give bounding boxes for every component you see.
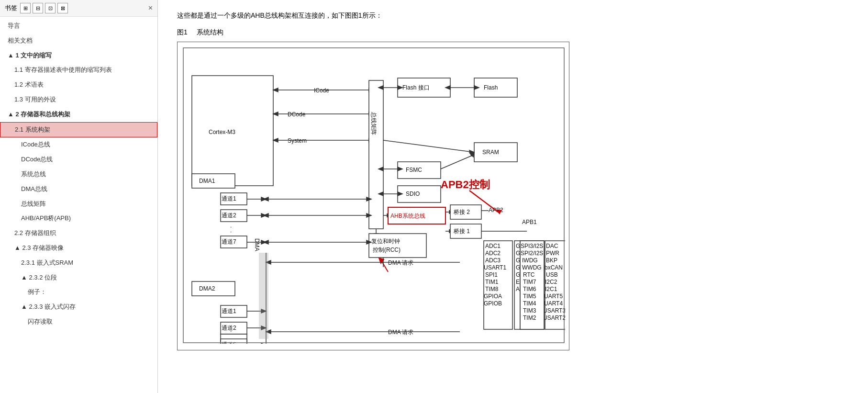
sidebar-item-sec2-2[interactable]: 2.2 存储器组织 <box>0 226 157 241</box>
svg-text:·: · <box>230 328 232 335</box>
svg-text:SDIO: SDIO <box>406 191 420 197</box>
main-content: 这些都是通过一个多级的AHB总线构架相互连接的，如下图图1所示： 图1 系统结构… <box>158 0 868 393</box>
sidebar-item-sec1-3[interactable]: 1.3 可用的外设 <box>0 92 157 107</box>
sidebar-item-dma[interactable]: DMA总线 <box>0 182 157 197</box>
sidebar-item-sec2-3-1[interactable]: 2.3.1 嵌入式SRAM <box>0 256 157 270</box>
sidebar-toolbar: ⊞ ⊟ ⊡ ⊠ <box>20 3 68 13</box>
svg-text:TIM3: TIM3 <box>523 307 536 314</box>
svg-line-28 <box>383 140 474 152</box>
svg-text:通道2: 通道2 <box>222 212 236 219</box>
sidebar-item-sec1[interactable]: ▲ 1 文中的缩写 <box>0 48 157 63</box>
svg-marker-157 <box>264 197 268 201</box>
sidebar-item-related[interactable]: 相关文档 <box>0 34 157 48</box>
svg-text:IWDG: IWDG <box>522 257 538 264</box>
sidebar-icon-3[interactable]: ⊡ <box>45 3 56 13</box>
sidebar-item-example[interactable]: 例子： <box>0 285 157 300</box>
diagram-svg: Cortex-M3 ICode DCode System 总线矩阵 <box>182 47 565 344</box>
svg-text:Flash 接口: Flash 接口 <box>402 84 430 91</box>
svg-text:DMA 请求: DMA 请求 <box>388 259 413 266</box>
sidebar-item-flash-read[interactable]: 闪存读取 <box>0 314 157 329</box>
svg-text:TIM2: TIM2 <box>523 314 536 321</box>
svg-text:System: System <box>288 137 307 144</box>
figure-label: 图1 系统结构 <box>177 28 849 37</box>
sidebar-nav: 导言 相关文档 ▲ 1 文中的缩写 1.1 寄存器描述表中使用的缩写列表 1.2… <box>0 17 157 393</box>
svg-text:DCode: DCode <box>288 111 306 118</box>
svg-text:USART2: USART2 <box>543 314 565 321</box>
svg-text:ADC2: ADC2 <box>485 250 501 257</box>
sidebar-item-dcode[interactable]: DCode总线 <box>0 152 157 167</box>
svg-text:通道1: 通道1 <box>222 195 236 202</box>
system-diagram: Cortex-M3 ICode DCode System 总线矩阵 <box>177 42 569 350</box>
sidebar-item-busmatrix[interactable]: 总线矩阵 <box>0 197 157 212</box>
svg-text:APB2控制: APB2控制 <box>441 179 490 191</box>
intro-paragraph: 这些都是通过一个多级的AHB总线构架相互连接的，如下图图1所示： <box>177 10 849 22</box>
svg-text:PWR: PWR <box>546 250 559 257</box>
sidebar-item-sec1-1[interactable]: 1.1 寄存器描述表中使用的缩写列表 <box>0 63 157 78</box>
svg-text:Cortex-M3: Cortex-M3 <box>209 129 235 135</box>
svg-text:I2C2: I2C2 <box>545 279 557 285</box>
bookmark-label: 书签 <box>5 4 17 12</box>
svg-text:TIM4: TIM4 <box>523 300 536 307</box>
svg-marker-9 <box>273 112 278 116</box>
sidebar-icon-1[interactable]: ⊞ <box>20 3 31 13</box>
svg-text:TIM8: TIM8 <box>485 286 499 292</box>
svg-text:通道1: 通道1 <box>222 308 236 314</box>
sidebar-item-sec2-3[interactable]: ▲ 2.3 存储器映像 <box>0 241 157 256</box>
sidebar-icon-4[interactable]: ⊠ <box>57 3 68 13</box>
svg-text:RTC: RTC <box>523 271 535 278</box>
svg-text:USART1: USART1 <box>484 264 506 271</box>
svg-text:DAC: DAC <box>546 243 558 249</box>
sidebar-item-sec2-3-2[interactable]: ▲ 2.3.2 位段 <box>0 270 157 285</box>
svg-text:总线矩阵: 总线矩阵 <box>370 112 377 135</box>
svg-text:DMA1: DMA1 <box>199 178 215 184</box>
svg-text:SPI2/I2S: SPI2/I2S <box>521 250 543 257</box>
svg-text:TIM7: TIM7 <box>523 279 536 285</box>
svg-text:BKP: BKP <box>546 257 557 264</box>
svg-text:TIM5: TIM5 <box>523 293 536 300</box>
svg-text:Flash: Flash <box>484 84 498 91</box>
svg-text:通道2: 通道2 <box>222 325 236 331</box>
svg-marker-163 <box>264 240 268 244</box>
svg-text:WWDG: WWDG <box>522 264 542 271</box>
sidebar-item-sec1-2[interactable]: 1.2 术语表 <box>0 78 157 92</box>
sidebar-item-sec2-3-3[interactable]: ▲ 2.3.3 嵌入式闪存 <box>0 300 157 314</box>
svg-text:桥接 1: 桥接 1 <box>453 228 470 235</box>
svg-text:bxCAN: bxCAN <box>545 264 563 271</box>
svg-text:I2C1: I2C1 <box>545 286 557 292</box>
sidebar-header-left: 书签 ⊞ ⊟ ⊡ ⊠ <box>5 3 68 13</box>
svg-text:控制(RCC): 控制(RCC) <box>373 247 401 253</box>
svg-marker-13 <box>273 138 278 142</box>
svg-text:DMA: DMA <box>254 238 260 251</box>
svg-text:TIM1: TIM1 <box>485 279 499 285</box>
sidebar-item-icode[interactable]: ICode总线 <box>0 137 157 152</box>
svg-text:DMA 请求: DMA 请求 <box>388 329 413 336</box>
sidebar-item-sec2[interactable]: ▲ 2 存储器和总线构架 <box>0 107 157 122</box>
svg-text:GPIOB: GPIOB <box>484 300 502 307</box>
svg-marker-100 <box>261 343 266 344</box>
svg-line-35 <box>441 155 474 169</box>
sidebar: 书签 ⊞ ⊟ ⊡ ⊠ × 导言 相关文档 ▲ 1 文中的缩写 1.1 寄存器描述… <box>0 0 158 393</box>
sidebar-icon-2[interactable]: ⊟ <box>33 3 43 13</box>
svg-text:ADC1: ADC1 <box>485 243 501 249</box>
svg-text:USB: USB <box>546 271 558 278</box>
sidebar-item-ahbapb[interactable]: AHB/APB桥(APB) <box>0 211 157 226</box>
svg-text:TIM6: TIM6 <box>523 286 536 292</box>
svg-text:AHB系统总线: AHB系统总线 <box>390 213 425 219</box>
svg-text:UART4: UART4 <box>544 300 563 307</box>
svg-rect-14 <box>369 80 383 229</box>
svg-text:SRAM: SRAM <box>482 149 499 156</box>
sidebar-item-system[interactable]: 系统总线 <box>0 167 157 182</box>
svg-marker-5 <box>273 88 278 92</box>
sidebar-header: 书签 ⊞ ⊟ ⊡ ⊠ × <box>0 0 157 17</box>
svg-text:通道7: 通道7 <box>222 238 236 245</box>
svg-text:GPIOA: GPIOA <box>484 293 502 300</box>
svg-text:FSMC: FSMC <box>406 167 422 173</box>
sidebar-item-intro[interactable]: 导言 <box>0 19 157 34</box>
svg-text:APB1: APB1 <box>522 219 537 225</box>
sidebar-item-sec2-1[interactable]: 2.1 系统构架 <box>0 122 157 138</box>
svg-text:复位和时钟: 复位和时钟 <box>371 238 400 245</box>
svg-text:DMA2: DMA2 <box>199 285 215 292</box>
close-icon[interactable]: × <box>148 4 153 12</box>
svg-text:UART5: UART5 <box>544 293 563 300</box>
svg-text:·: · <box>230 228 232 235</box>
